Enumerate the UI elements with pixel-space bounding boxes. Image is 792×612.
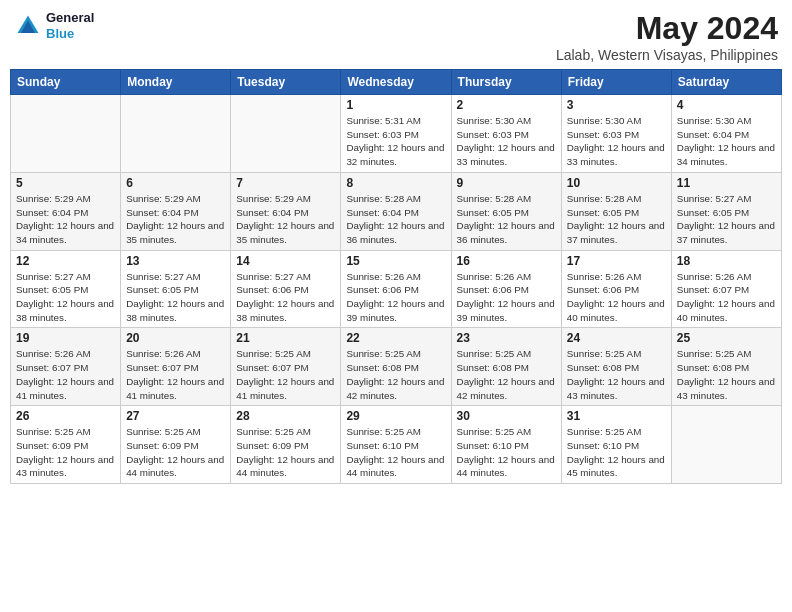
day-info: Sunrise: 5:27 AM Sunset: 6:06 PM Dayligh… bbox=[236, 270, 335, 325]
weekday-header: Sunday bbox=[11, 70, 121, 95]
logo: General Blue bbox=[14, 10, 94, 41]
calendar-cell: 9Sunrise: 5:28 AM Sunset: 6:05 PM Daylig… bbox=[451, 172, 561, 250]
day-info: Sunrise: 5:26 AM Sunset: 6:07 PM Dayligh… bbox=[16, 347, 115, 402]
calendar-week-row: 1Sunrise: 5:31 AM Sunset: 6:03 PM Daylig… bbox=[11, 95, 782, 173]
page-subtitle: Lalab, Western Visayas, Philippines bbox=[556, 47, 778, 63]
day-number: 19 bbox=[16, 331, 115, 345]
title-block: May 2024 Lalab, Western Visayas, Philipp… bbox=[556, 10, 778, 63]
calendar-cell: 17Sunrise: 5:26 AM Sunset: 6:06 PM Dayli… bbox=[561, 250, 671, 328]
calendar-cell: 2Sunrise: 5:30 AM Sunset: 6:03 PM Daylig… bbox=[451, 95, 561, 173]
calendar-cell: 19Sunrise: 5:26 AM Sunset: 6:07 PM Dayli… bbox=[11, 328, 121, 406]
day-info: Sunrise: 5:25 AM Sunset: 6:10 PM Dayligh… bbox=[346, 425, 445, 480]
day-info: Sunrise: 5:25 AM Sunset: 6:09 PM Dayligh… bbox=[236, 425, 335, 480]
calendar-cell bbox=[231, 95, 341, 173]
day-number: 3 bbox=[567, 98, 666, 112]
day-number: 16 bbox=[457, 254, 556, 268]
weekday-header: Friday bbox=[561, 70, 671, 95]
day-number: 28 bbox=[236, 409, 335, 423]
day-number: 22 bbox=[346, 331, 445, 345]
calendar-cell: 23Sunrise: 5:25 AM Sunset: 6:08 PM Dayli… bbox=[451, 328, 561, 406]
calendar-cell: 21Sunrise: 5:25 AM Sunset: 6:07 PM Dayli… bbox=[231, 328, 341, 406]
day-info: Sunrise: 5:30 AM Sunset: 6:04 PM Dayligh… bbox=[677, 114, 776, 169]
calendar-cell: 6Sunrise: 5:29 AM Sunset: 6:04 PM Daylig… bbox=[121, 172, 231, 250]
day-number: 23 bbox=[457, 331, 556, 345]
day-number: 8 bbox=[346, 176, 445, 190]
calendar-cell: 5Sunrise: 5:29 AM Sunset: 6:04 PM Daylig… bbox=[11, 172, 121, 250]
calendar-cell: 1Sunrise: 5:31 AM Sunset: 6:03 PM Daylig… bbox=[341, 95, 451, 173]
day-number: 5 bbox=[16, 176, 115, 190]
day-number: 18 bbox=[677, 254, 776, 268]
calendar-cell: 4Sunrise: 5:30 AM Sunset: 6:04 PM Daylig… bbox=[671, 95, 781, 173]
day-number: 31 bbox=[567, 409, 666, 423]
day-number: 21 bbox=[236, 331, 335, 345]
calendar-week-row: 19Sunrise: 5:26 AM Sunset: 6:07 PM Dayli… bbox=[11, 328, 782, 406]
weekday-header: Saturday bbox=[671, 70, 781, 95]
day-info: Sunrise: 5:25 AM Sunset: 6:09 PM Dayligh… bbox=[126, 425, 225, 480]
day-number: 24 bbox=[567, 331, 666, 345]
day-number: 2 bbox=[457, 98, 556, 112]
day-info: Sunrise: 5:29 AM Sunset: 6:04 PM Dayligh… bbox=[236, 192, 335, 247]
calendar-cell: 25Sunrise: 5:25 AM Sunset: 6:08 PM Dayli… bbox=[671, 328, 781, 406]
weekday-header: Wednesday bbox=[341, 70, 451, 95]
day-number: 9 bbox=[457, 176, 556, 190]
page-title: May 2024 bbox=[556, 10, 778, 47]
day-number: 4 bbox=[677, 98, 776, 112]
day-info: Sunrise: 5:26 AM Sunset: 6:06 PM Dayligh… bbox=[346, 270, 445, 325]
day-number: 6 bbox=[126, 176, 225, 190]
day-number: 25 bbox=[677, 331, 776, 345]
day-number: 13 bbox=[126, 254, 225, 268]
day-number: 27 bbox=[126, 409, 225, 423]
calendar-cell: 16Sunrise: 5:26 AM Sunset: 6:06 PM Dayli… bbox=[451, 250, 561, 328]
logo-icon bbox=[14, 12, 42, 40]
calendar-cell: 14Sunrise: 5:27 AM Sunset: 6:06 PM Dayli… bbox=[231, 250, 341, 328]
calendar-week-row: 12Sunrise: 5:27 AM Sunset: 6:05 PM Dayli… bbox=[11, 250, 782, 328]
calendar-cell: 30Sunrise: 5:25 AM Sunset: 6:10 PM Dayli… bbox=[451, 406, 561, 484]
calendar-cell: 29Sunrise: 5:25 AM Sunset: 6:10 PM Dayli… bbox=[341, 406, 451, 484]
weekday-header: Monday bbox=[121, 70, 231, 95]
day-number: 29 bbox=[346, 409, 445, 423]
day-info: Sunrise: 5:25 AM Sunset: 6:07 PM Dayligh… bbox=[236, 347, 335, 402]
day-info: Sunrise: 5:25 AM Sunset: 6:09 PM Dayligh… bbox=[16, 425, 115, 480]
day-number: 26 bbox=[16, 409, 115, 423]
calendar-cell: 22Sunrise: 5:25 AM Sunset: 6:08 PM Dayli… bbox=[341, 328, 451, 406]
day-info: Sunrise: 5:25 AM Sunset: 6:08 PM Dayligh… bbox=[346, 347, 445, 402]
calendar-cell: 31Sunrise: 5:25 AM Sunset: 6:10 PM Dayli… bbox=[561, 406, 671, 484]
day-info: Sunrise: 5:28 AM Sunset: 6:05 PM Dayligh… bbox=[567, 192, 666, 247]
day-info: Sunrise: 5:26 AM Sunset: 6:06 PM Dayligh… bbox=[457, 270, 556, 325]
calendar-cell: 8Sunrise: 5:28 AM Sunset: 6:04 PM Daylig… bbox=[341, 172, 451, 250]
day-info: Sunrise: 5:29 AM Sunset: 6:04 PM Dayligh… bbox=[16, 192, 115, 247]
day-info: Sunrise: 5:26 AM Sunset: 6:07 PM Dayligh… bbox=[126, 347, 225, 402]
weekday-header: Thursday bbox=[451, 70, 561, 95]
calendar-cell: 27Sunrise: 5:25 AM Sunset: 6:09 PM Dayli… bbox=[121, 406, 231, 484]
day-info: Sunrise: 5:26 AM Sunset: 6:07 PM Dayligh… bbox=[677, 270, 776, 325]
day-info: Sunrise: 5:25 AM Sunset: 6:10 PM Dayligh… bbox=[567, 425, 666, 480]
calendar-table: SundayMondayTuesdayWednesdayThursdayFrid… bbox=[10, 69, 782, 484]
calendar-cell: 7Sunrise: 5:29 AM Sunset: 6:04 PM Daylig… bbox=[231, 172, 341, 250]
calendar-cell: 3Sunrise: 5:30 AM Sunset: 6:03 PM Daylig… bbox=[561, 95, 671, 173]
day-info: Sunrise: 5:29 AM Sunset: 6:04 PM Dayligh… bbox=[126, 192, 225, 247]
calendar-cell bbox=[671, 406, 781, 484]
day-number: 12 bbox=[16, 254, 115, 268]
weekday-header: Tuesday bbox=[231, 70, 341, 95]
weekday-header-row: SundayMondayTuesdayWednesdayThursdayFrid… bbox=[11, 70, 782, 95]
calendar-cell: 13Sunrise: 5:27 AM Sunset: 6:05 PM Dayli… bbox=[121, 250, 231, 328]
day-number: 7 bbox=[236, 176, 335, 190]
day-number: 14 bbox=[236, 254, 335, 268]
day-number: 15 bbox=[346, 254, 445, 268]
day-info: Sunrise: 5:25 AM Sunset: 6:08 PM Dayligh… bbox=[567, 347, 666, 402]
logo-text: General Blue bbox=[46, 10, 94, 41]
day-info: Sunrise: 5:31 AM Sunset: 6:03 PM Dayligh… bbox=[346, 114, 445, 169]
day-number: 20 bbox=[126, 331, 225, 345]
calendar-cell: 18Sunrise: 5:26 AM Sunset: 6:07 PM Dayli… bbox=[671, 250, 781, 328]
day-info: Sunrise: 5:25 AM Sunset: 6:10 PM Dayligh… bbox=[457, 425, 556, 480]
calendar-cell: 26Sunrise: 5:25 AM Sunset: 6:09 PM Dayli… bbox=[11, 406, 121, 484]
calendar-week-row: 26Sunrise: 5:25 AM Sunset: 6:09 PM Dayli… bbox=[11, 406, 782, 484]
page-header: General Blue May 2024 Lalab, Western Vis… bbox=[10, 10, 782, 63]
calendar-cell: 20Sunrise: 5:26 AM Sunset: 6:07 PM Dayli… bbox=[121, 328, 231, 406]
day-number: 1 bbox=[346, 98, 445, 112]
calendar-cell: 15Sunrise: 5:26 AM Sunset: 6:06 PM Dayli… bbox=[341, 250, 451, 328]
day-info: Sunrise: 5:25 AM Sunset: 6:08 PM Dayligh… bbox=[457, 347, 556, 402]
calendar-cell: 28Sunrise: 5:25 AM Sunset: 6:09 PM Dayli… bbox=[231, 406, 341, 484]
calendar-cell bbox=[121, 95, 231, 173]
day-info: Sunrise: 5:30 AM Sunset: 6:03 PM Dayligh… bbox=[457, 114, 556, 169]
